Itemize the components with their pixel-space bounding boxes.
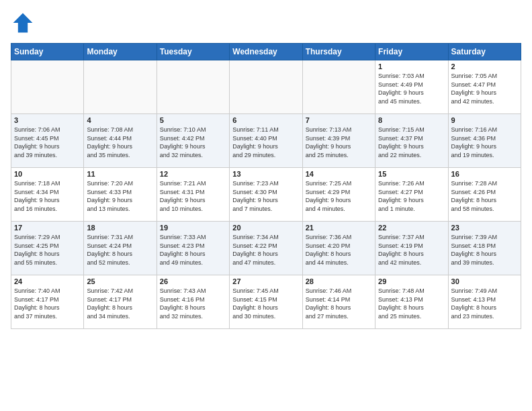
day-number: 5 (160, 116, 226, 124)
calendar-week-row: 10Sunrise: 7:18 AM Sunset: 4:34 PM Dayli… (11, 168, 521, 222)
day-info: Sunrise: 7:13 AM Sunset: 4:39 PM Dayligh… (306, 126, 372, 159)
day-number: 8 (378, 116, 445, 124)
calendar-cell: 10Sunrise: 7:18 AM Sunset: 4:34 PM Dayli… (11, 168, 84, 222)
day-info: Sunrise: 7:08 AM Sunset: 4:44 PM Dayligh… (87, 126, 153, 159)
calendar-cell: 18Sunrise: 7:31 AM Sunset: 4:24 PM Dayli… (84, 222, 157, 275)
day-info: Sunrise: 7:18 AM Sunset: 4:34 PM Dayligh… (14, 179, 81, 213)
day-number: 12 (160, 170, 226, 178)
day-number: 3 (14, 116, 81, 124)
calendar-cell: 28Sunrise: 7:46 AM Sunset: 4:14 PM Dayli… (302, 275, 375, 329)
day-number: 20 (232, 224, 299, 232)
calendar-week-row: 24Sunrise: 7:40 AM Sunset: 4:17 PM Dayli… (11, 275, 521, 329)
day-number: 1 (378, 62, 445, 71)
day-info: Sunrise: 7:23 AM Sunset: 4:30 PM Dayligh… (232, 179, 299, 213)
calendar-cell: 3Sunrise: 7:06 AM Sunset: 4:45 PM Daylig… (11, 114, 84, 168)
calendar-cell: 7Sunrise: 7:13 AM Sunset: 4:39 PM Daylig… (302, 114, 375, 168)
day-info: Sunrise: 7:39 AM Sunset: 4:18 PM Dayligh… (451, 233, 518, 267)
day-number: 17 (14, 224, 81, 232)
calendar-cell: 30Sunrise: 7:49 AM Sunset: 4:13 PM Dayli… (448, 275, 521, 329)
calendar-cell: 25Sunrise: 7:42 AM Sunset: 4:17 PM Dayli… (84, 275, 157, 329)
day-number: 23 (451, 224, 518, 232)
day-number: 4 (87, 116, 153, 124)
day-number: 14 (306, 170, 372, 178)
calendar-week-row: 1Sunrise: 7:03 AM Sunset: 4:49 PM Daylig… (11, 60, 521, 114)
page-header (11, 11, 521, 35)
calendar-cell: 13Sunrise: 7:23 AM Sunset: 4:30 PM Dayli… (230, 168, 302, 222)
day-info: Sunrise: 7:06 AM Sunset: 4:45 PM Dayligh… (14, 126, 81, 159)
calendar-cell: 17Sunrise: 7:29 AM Sunset: 4:25 PM Dayli… (11, 222, 84, 275)
day-info: Sunrise: 7:10 AM Sunset: 4:42 PM Dayligh… (160, 126, 226, 159)
calendar-cell (11, 60, 84, 114)
day-info: Sunrise: 7:11 AM Sunset: 4:40 PM Dayligh… (232, 126, 299, 159)
day-info: Sunrise: 7:28 AM Sunset: 4:26 PM Dayligh… (451, 179, 518, 213)
calendar-day-header: Friday (375, 44, 448, 60)
day-info: Sunrise: 7:49 AM Sunset: 4:13 PM Dayligh… (451, 287, 518, 320)
calendar-day-header: Thursday (302, 44, 375, 60)
day-number: 26 (160, 277, 226, 285)
day-number: 15 (378, 170, 445, 178)
day-info: Sunrise: 7:31 AM Sunset: 4:24 PM Dayligh… (87, 233, 153, 267)
calendar-cell: 12Sunrise: 7:21 AM Sunset: 4:31 PM Dayli… (157, 168, 229, 222)
day-number: 13 (232, 170, 299, 178)
calendar-cell: 16Sunrise: 7:28 AM Sunset: 4:26 PM Dayli… (448, 168, 521, 222)
calendar-cell (157, 60, 229, 114)
calendar-cell: 4Sunrise: 7:08 AM Sunset: 4:44 PM Daylig… (84, 114, 157, 168)
calendar-week-row: 17Sunrise: 7:29 AM Sunset: 4:25 PM Dayli… (11, 222, 521, 275)
calendar-cell: 23Sunrise: 7:39 AM Sunset: 4:18 PM Dayli… (448, 222, 521, 275)
day-number: 7 (306, 116, 372, 124)
calendar-cell (302, 60, 375, 114)
calendar-day-header: Sunday (11, 44, 84, 60)
svg-marker-0 (13, 13, 33, 33)
logo (11, 11, 38, 35)
calendar-cell: 1Sunrise: 7:03 AM Sunset: 4:49 PM Daylig… (375, 60, 448, 114)
day-number: 25 (87, 277, 153, 285)
day-info: Sunrise: 7:46 AM Sunset: 4:14 PM Dayligh… (306, 287, 372, 320)
calendar-cell: 8Sunrise: 7:15 AM Sunset: 4:37 PM Daylig… (375, 114, 448, 168)
day-number: 29 (378, 277, 445, 285)
calendar-cell: 21Sunrise: 7:36 AM Sunset: 4:20 PM Dayli… (302, 222, 375, 275)
calendar-cell: 29Sunrise: 7:48 AM Sunset: 4:13 PM Dayli… (375, 275, 448, 329)
calendar-cell: 11Sunrise: 7:20 AM Sunset: 4:33 PM Dayli… (84, 168, 157, 222)
day-number: 24 (14, 277, 81, 285)
calendar-cell: 24Sunrise: 7:40 AM Sunset: 4:17 PM Dayli… (11, 275, 84, 329)
calendar-cell: 27Sunrise: 7:45 AM Sunset: 4:15 PM Dayli… (230, 275, 302, 329)
day-number: 2 (451, 62, 518, 71)
day-info: Sunrise: 7:48 AM Sunset: 4:13 PM Dayligh… (378, 287, 445, 320)
day-number: 21 (306, 224, 372, 232)
day-info: Sunrise: 7:40 AM Sunset: 4:17 PM Dayligh… (14, 287, 81, 320)
day-info: Sunrise: 7:21 AM Sunset: 4:31 PM Dayligh… (160, 179, 226, 213)
day-info: Sunrise: 7:37 AM Sunset: 4:19 PM Dayligh… (378, 233, 445, 267)
calendar-day-header: Saturday (448, 44, 521, 60)
calendar-cell: 19Sunrise: 7:33 AM Sunset: 4:23 PM Dayli… (157, 222, 229, 275)
day-number: 30 (451, 277, 518, 285)
calendar-cell: 9Sunrise: 7:16 AM Sunset: 4:36 PM Daylig… (448, 114, 521, 168)
day-number: 9 (451, 116, 518, 124)
day-number: 28 (306, 277, 372, 285)
day-number: 11 (87, 170, 153, 178)
day-info: Sunrise: 7:03 AM Sunset: 4:49 PM Dayligh… (378, 72, 445, 105)
calendar-table: SundayMondayTuesdayWednesdayThursdayFrid… (11, 43, 521, 329)
day-info: Sunrise: 7:36 AM Sunset: 4:20 PM Dayligh… (306, 233, 372, 267)
calendar-cell: 22Sunrise: 7:37 AM Sunset: 4:19 PM Dayli… (375, 222, 448, 275)
day-number: 6 (232, 116, 299, 124)
day-number: 19 (160, 224, 226, 232)
calendar-cell: 2Sunrise: 7:05 AM Sunset: 4:47 PM Daylig… (448, 60, 521, 114)
day-info: Sunrise: 7:20 AM Sunset: 4:33 PM Dayligh… (87, 179, 153, 213)
calendar-day-header: Monday (84, 44, 157, 60)
day-info: Sunrise: 7:29 AM Sunset: 4:25 PM Dayligh… (14, 233, 81, 267)
calendar-cell (84, 60, 157, 114)
day-info: Sunrise: 7:42 AM Sunset: 4:17 PM Dayligh… (87, 287, 153, 320)
day-info: Sunrise: 7:16 AM Sunset: 4:36 PM Dayligh… (451, 126, 518, 159)
day-info: Sunrise: 7:45 AM Sunset: 4:15 PM Dayligh… (232, 287, 299, 320)
day-number: 27 (232, 277, 299, 285)
day-info: Sunrise: 7:25 AM Sunset: 4:29 PM Dayligh… (306, 179, 372, 213)
day-info: Sunrise: 7:26 AM Sunset: 4:27 PM Dayligh… (378, 179, 445, 213)
calendar-cell: 26Sunrise: 7:43 AM Sunset: 4:16 PM Dayli… (157, 275, 229, 329)
calendar-week-row: 3Sunrise: 7:06 AM Sunset: 4:45 PM Daylig… (11, 114, 521, 168)
calendar-header-row: SundayMondayTuesdayWednesdayThursdayFrid… (11, 44, 521, 60)
calendar-cell: 15Sunrise: 7:26 AM Sunset: 4:27 PM Dayli… (375, 168, 448, 222)
day-info: Sunrise: 7:05 AM Sunset: 4:47 PM Dayligh… (451, 72, 518, 105)
calendar-cell: 14Sunrise: 7:25 AM Sunset: 4:29 PM Dayli… (302, 168, 375, 222)
calendar-cell: 6Sunrise: 7:11 AM Sunset: 4:40 PM Daylig… (230, 114, 302, 168)
calendar-cell: 20Sunrise: 7:34 AM Sunset: 4:22 PM Dayli… (230, 222, 302, 275)
